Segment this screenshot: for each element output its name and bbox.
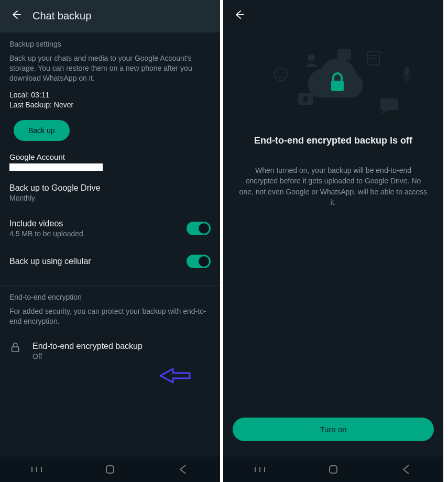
- annotation-arrow-icon: [158, 367, 191, 385]
- nav-home-icon[interactable]: [326, 462, 341, 477]
- e2e-backup-setting[interactable]: End-to-end encrypted backup Off: [0, 334, 220, 368]
- nav-back-icon[interactable]: [176, 462, 191, 477]
- include-videos-toggle[interactable]: [187, 222, 211, 235]
- include-videos-setting[interactable]: Include videos 4.5 MB to be uploaded: [0, 211, 220, 246]
- turn-on-button[interactable]: Turn on: [233, 418, 434, 441]
- backup-description: Back up your chats and media to your Goo…: [9, 53, 211, 83]
- svg-point-7: [275, 68, 287, 81]
- lock-icon: [9, 342, 21, 355]
- svg-point-9: [282, 71, 284, 73]
- svg-point-10: [308, 54, 315, 61]
- svg-rect-19: [380, 98, 398, 110]
- e2e-status-description: When turned on, your backup will be end-…: [223, 165, 443, 207]
- svg-rect-5: [106, 466, 114, 473]
- e2e-setting-label: End-to-end encrypted backup: [32, 342, 143, 351]
- svg-rect-15: [405, 67, 409, 76]
- e2e-section-desc: For added security, you can protect your…: [9, 306, 211, 326]
- screen-chat-backup: Chat backup Backup settings Back up your…: [0, 0, 220, 482]
- cellular-label: Back up using cellular: [9, 257, 91, 266]
- local-time-label: Local: 03:11: [9, 91, 211, 99]
- svg-rect-25: [330, 466, 337, 473]
- e2e-section-header: End-to-end encryption: [9, 293, 211, 301]
- e2e-setting-value: Off: [32, 352, 143, 360]
- gdrive-label: Back up to Google Drive: [9, 183, 100, 193]
- svg-marker-20: [380, 110, 389, 114]
- page-title: Chat backup: [32, 10, 91, 22]
- section-header: Backup settings: [9, 40, 211, 48]
- system-nav-bar: [0, 456, 220, 482]
- svg-point-18: [303, 96, 308, 102]
- svg-rect-21: [331, 81, 344, 91]
- cellular-setting[interactable]: Back up using cellular: [0, 246, 220, 277]
- e2e-section: End-to-end encryption For added security…: [0, 286, 220, 335]
- nav-recent-icon[interactable]: [253, 462, 267, 477]
- svg-rect-1: [12, 347, 19, 352]
- include-videos-sub: 4.5 MB to be uploaded: [9, 229, 83, 238]
- backup-settings-section: Backup settings Back up your chats and m…: [0, 32, 220, 148]
- google-account-setting[interactable]: Google Account: [0, 148, 220, 175]
- cloud-icon: [308, 59, 363, 97]
- backup-to-gdrive-setting[interactable]: Back up to Google Drive Monthly: [0, 175, 220, 211]
- google-account-value-redacted: [9, 163, 103, 171]
- cloud-lock-illustration: [223, 40, 443, 124]
- screen-e2e-backup-off: End-to-end encrypted backup is off When …: [223, 0, 443, 482]
- header-bar: [223, 0, 443, 27]
- nav-recent-icon[interactable]: [29, 462, 44, 477]
- last-backup-label: Last Backup: Never: [9, 101, 211, 109]
- system-nav-bar: [223, 456, 443, 482]
- nav-back-icon[interactable]: [399, 462, 414, 477]
- cellular-toggle[interactable]: [187, 255, 211, 268]
- svg-rect-11: [337, 49, 351, 60]
- nav-home-icon[interactable]: [103, 462, 117, 477]
- backup-button[interactable]: Back up: [14, 120, 70, 141]
- gdrive-value: Monthly: [9, 194, 100, 202]
- header-bar: Chat backup: [0, 0, 220, 32]
- back-icon[interactable]: [233, 14, 245, 23]
- google-account-label: Google Account: [9, 152, 211, 161]
- back-icon[interactable]: [9, 8, 22, 23]
- e2e-status-title: End-to-end encrypted backup is off: [233, 135, 434, 146]
- svg-point-8: [277, 71, 279, 73]
- include-videos-label: Include videos: [9, 219, 83, 228]
